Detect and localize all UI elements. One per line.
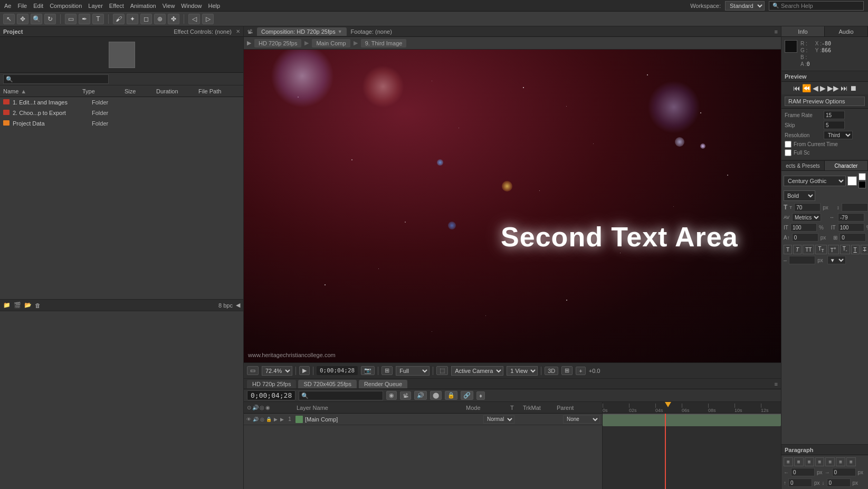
char-btn-all-caps[interactable]: TT bbox=[803, 245, 814, 254]
guide-btn[interactable]: + bbox=[576, 367, 585, 375]
char-btn-italic-t[interactable]: T bbox=[793, 245, 802, 254]
audio-tab[interactable]: Audio bbox=[825, 26, 868, 36]
project-search-input[interactable] bbox=[3, 74, 109, 84]
info-tab[interactable]: Info bbox=[781, 26, 825, 36]
para-align-justify-all[interactable]: ≡ bbox=[846, 457, 856, 466]
undo-btn[interactable]: ◁ bbox=[188, 14, 200, 24]
menu-edit[interactable]: Edit bbox=[33, 3, 43, 9]
para-align-justify-last-right[interactable]: ≡ bbox=[836, 457, 845, 466]
camera-select[interactable]: Active Camera bbox=[451, 366, 503, 376]
full-sc-checkbox[interactable] bbox=[785, 149, 791, 156]
menu-animation[interactable]: Animation bbox=[130, 3, 156, 9]
para-align-justify-last-left[interactable]: ≡ bbox=[815, 457, 825, 466]
delete-item-btn[interactable]: 🗑 bbox=[35, 302, 41, 309]
timeline-tab-sd[interactable]: SD 720x405 25fps bbox=[298, 380, 357, 388]
snapshot-btn[interactable]: 📷 bbox=[361, 366, 375, 375]
char-font-select[interactable]: Century Gothic bbox=[784, 176, 846, 186]
char-style-select[interactable]: Bold Regular Italic Bold Italic bbox=[784, 190, 815, 201]
char-btn-normal-t[interactable]: T bbox=[784, 245, 792, 254]
quality-select[interactable]: Full Half Third Quarter bbox=[396, 366, 430, 376]
panel-menu-btn[interactable]: ◀ bbox=[236, 302, 240, 309]
tool-hand[interactable]: ✥ bbox=[17, 14, 28, 24]
char-vert-scale-input[interactable] bbox=[790, 223, 817, 232]
menu-help[interactable]: Help bbox=[208, 3, 220, 9]
grid-btn[interactable]: ⊞ bbox=[561, 366, 573, 375]
tool-rotate[interactable]: ↻ bbox=[44, 14, 56, 24]
search-help-box[interactable]: 🔍 Search Help bbox=[769, 1, 864, 11]
tool-pen[interactable]: ✒ bbox=[79, 14, 90, 24]
3d-btn[interactable]: 3D bbox=[545, 367, 558, 375]
tool-puppet[interactable]: ✤ bbox=[168, 14, 179, 24]
layer-1-solo[interactable]: ◎ bbox=[260, 416, 265, 423]
layer-1-mode-select[interactable]: Normal bbox=[483, 415, 514, 424]
zoom-select[interactable]: 72.4% bbox=[262, 366, 292, 376]
char-btn-sub[interactable]: T- bbox=[840, 245, 850, 254]
region-btn[interactable]: ⬚ bbox=[436, 366, 448, 375]
view-select[interactable]: 1 View bbox=[507, 366, 538, 376]
tl-btn-audio[interactable]: 🔊 bbox=[414, 391, 427, 400]
para-indent-left-input[interactable] bbox=[791, 468, 815, 476]
para-align-right[interactable]: ≡ bbox=[805, 457, 814, 466]
layer-1-expand[interactable]: ▶ bbox=[280, 416, 285, 423]
ram-preview-options-btn[interactable]: RAM Preview Options bbox=[785, 97, 865, 106]
tl-btn-snap[interactable]: 🔗 bbox=[461, 391, 473, 400]
new-comp-btn[interactable]: 🎬 bbox=[14, 302, 21, 309]
file-row-3[interactable]: Project Data Folder bbox=[0, 118, 243, 129]
tool-brush[interactable]: 🖌 bbox=[113, 14, 125, 24]
para-space-before-input[interactable] bbox=[788, 478, 812, 487]
prev-first-frame[interactable]: ⏮ bbox=[793, 84, 800, 92]
footage-tab[interactable]: Footage: (none) bbox=[351, 28, 392, 35]
menu-view[interactable]: View bbox=[163, 3, 175, 9]
char-dash-select[interactable]: ▼ bbox=[827, 256, 846, 264]
prev-play-fwd[interactable]: ▶▶ bbox=[827, 84, 839, 92]
import-btn[interactable]: 📁 bbox=[3, 302, 11, 309]
tool-clone[interactable]: ✦ bbox=[127, 14, 138, 24]
timeline-tab-hd720[interactable]: HD 720p 25fps bbox=[247, 380, 296, 388]
char-btn-strike[interactable]: T bbox=[861, 245, 868, 254]
para-space-after-input[interactable] bbox=[827, 478, 851, 487]
tool-eraser[interactable]: ◻ bbox=[140, 14, 152, 24]
timeline-timecode[interactable]: 0;00;04;28 bbox=[247, 390, 295, 400]
breadcrumb-hd720[interactable]: HD 720p 25fps bbox=[254, 39, 301, 47]
char-color-black[interactable] bbox=[859, 181, 866, 188]
tool-zoom[interactable]: 🔍 bbox=[31, 14, 42, 24]
effects-presets-tab[interactable]: ects & Presets bbox=[781, 161, 825, 170]
menu-composition[interactable]: Composition bbox=[50, 3, 82, 9]
prev-last-frame[interactable]: ⏭ bbox=[841, 84, 848, 92]
layer-1-name[interactable]: [Main Comp] bbox=[305, 416, 481, 423]
char-stroke-color[interactable] bbox=[859, 173, 866, 180]
menu-layer[interactable]: Layer bbox=[88, 3, 103, 9]
char-tsumi-input[interactable] bbox=[840, 233, 866, 242]
char-kern-select[interactable]: Metrics Optical bbox=[792, 213, 821, 222]
layer-1-bar[interactable] bbox=[603, 415, 781, 426]
tl-btn-marker[interactable]: ♦ bbox=[476, 391, 485, 400]
breadcrumb-third[interactable]: 9. Third Image bbox=[361, 39, 407, 47]
fr-skip-input[interactable] bbox=[824, 121, 845, 129]
comp-tab-main[interactable]: Composition: HD 720p 25fps ▼ bbox=[257, 27, 347, 36]
file-row-2[interactable]: 2. Choo...p to Export Folder bbox=[0, 108, 243, 118]
playhead-line[interactable] bbox=[665, 414, 666, 489]
file-row-1[interactable]: 1. Edit...t and Images Folder bbox=[0, 97, 243, 108]
character-tab[interactable]: Character bbox=[825, 161, 868, 170]
tool-rect-mask[interactable]: ▭ bbox=[65, 14, 77, 24]
layer-1-audio[interactable]: 🔊 bbox=[253, 416, 259, 423]
viewer-expand-btn[interactable]: ▭ bbox=[247, 366, 259, 375]
char-leading-input[interactable] bbox=[842, 203, 868, 212]
tl-btn-comp[interactable]: 📽 bbox=[400, 391, 411, 400]
char-btn-underline[interactable]: T bbox=[851, 245, 860, 254]
para-align-center[interactable]: ≡ bbox=[794, 457, 804, 466]
menu-file[interactable]: File bbox=[17, 3, 27, 9]
from-current-checkbox[interactable] bbox=[785, 141, 791, 148]
tl-btn-solo[interactable]: ◉ bbox=[386, 391, 397, 400]
tool-selection[interactable]: ↖ bbox=[3, 14, 15, 24]
redo-btn[interactable]: ▷ bbox=[202, 14, 214, 24]
fr-rate-input[interactable] bbox=[824, 111, 845, 119]
para-align-left[interactable]: ≡ bbox=[784, 457, 793, 466]
menu-ae-logo[interactable]: Ae bbox=[4, 3, 11, 9]
tl-btn-lock[interactable]: 🔒 bbox=[445, 391, 457, 400]
fr-res-select[interactable]: Third Full Half Quarter bbox=[824, 131, 853, 139]
viewer-timecode[interactable]: 0;00;04;28 bbox=[317, 366, 358, 375]
char-fill-color[interactable] bbox=[847, 176, 857, 186]
prev-play[interactable]: ▶ bbox=[820, 84, 826, 92]
layer-1-shy[interactable]: ▶ bbox=[273, 416, 279, 423]
